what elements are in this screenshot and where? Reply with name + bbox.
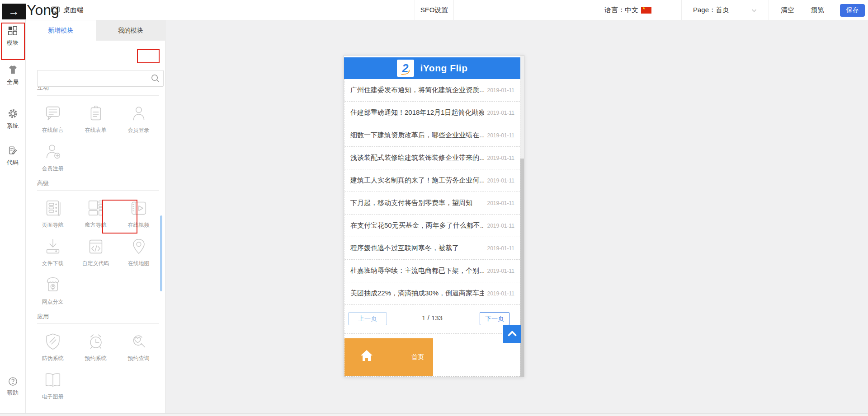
section-label: 应用: [37, 313, 49, 320]
news-title: 浅谈装配式装修给建筑装饰装修企业带来的...: [350, 154, 484, 162]
module-item-cube-nav[interactable]: 魔方导航: [74, 191, 117, 229]
module-item-member-register[interactable]: 会员注册: [31, 134, 74, 173]
section-label: 高级: [37, 180, 49, 187]
preview-button[interactable]: 预览: [811, 0, 824, 20]
search-input[interactable]: [37, 70, 164, 87]
page-selector[interactable]: Page：首页: [693, 0, 757, 20]
sidebar-item-1[interactable]: 全局: [0, 65, 25, 86]
news-title: 下月起，移动支付将告别零费率，望周知: [350, 199, 472, 207]
divider: [769, 0, 769, 20]
custom-code-icon: [85, 236, 106, 257]
news-item[interactable]: 广州住建委发布通知，将简化建筑企业资质...2019-01-11: [344, 79, 520, 102]
branch-store-icon: [42, 275, 63, 295]
module-item-page-nav[interactable]: 页面导航: [31, 191, 74, 229]
gear-icon: [8, 108, 18, 119]
module-panel: 新增模块 我的模块 基础产品互动高级应用 互动在线留言在线表单会员登录会员注册高…: [26, 20, 165, 416]
news-date: 2019-01-11: [487, 245, 515, 252]
module-item-file-download[interactable]: 文件下载: [31, 229, 74, 267]
phone-site-title: iYong Flip: [420, 63, 468, 74]
tab-new-modules[interactable]: 新增模块: [26, 20, 96, 41]
module-item-online-form[interactable]: 在线表单: [74, 96, 117, 134]
module-item-online-map[interactable]: 在线地图: [117, 229, 160, 267]
module-item-custom-code[interactable]: 自定义代码: [74, 229, 117, 267]
news-item[interactable]: 细数一下建筑资质改革后，哪些企业业绩在...2019-01-11: [344, 124, 520, 147]
module-item-online-message[interactable]: 在线留言: [31, 96, 74, 134]
module-section: 互动在线留言在线表单会员登录会员注册: [26, 87, 165, 173]
news-date: 2019-01-11: [487, 87, 515, 93]
module-item-label: 在线地图: [128, 260, 150, 267]
news-item[interactable]: 下月起，移动支付将告别零费率，望周知2019-01-11: [344, 192, 520, 215]
next-page-button[interactable]: 下一页: [480, 312, 509, 325]
module-item-branch-store[interactable]: 网点分支: [31, 267, 74, 306]
iyong-logo-icon: 2: [397, 60, 414, 77]
panel-tabs: 新增模块 我的模块: [26, 20, 165, 41]
news-date: 2019-01-11: [487, 155, 515, 161]
chevron-down-icon: [751, 7, 757, 14]
module-item-anti-fake[interactable]: 防伪系统: [31, 324, 74, 362]
module-item-ebook[interactable]: 电子图册: [31, 362, 74, 401]
panel-scrollbar-thumb[interactable]: [160, 215, 162, 291]
anti-fake-icon: [42, 331, 63, 352]
save-button[interactable]: 保存: [840, 4, 865, 17]
news-item[interactable]: 程序媛也逃不过互联网寒冬，被裁了2019-01-11: [344, 237, 520, 260]
news-item[interactable]: 浅谈装配式装修给建筑装饰装修企业带来的...2019-01-11: [344, 147, 520, 169]
section-label: 互动: [37, 87, 165, 92]
device-switcher[interactable]: 桌面端: [51, 0, 84, 20]
tab-my-modules[interactable]: 我的模块: [96, 20, 166, 41]
online-form-icon: [85, 103, 106, 124]
language-selector[interactable]: 语言：中文: [604, 0, 651, 20]
news-item[interactable]: 住建部重磅通知！2018年12月1日起简化勘察...2019-01-11: [344, 102, 520, 124]
module-item-label: 在线视频: [128, 221, 150, 229]
clear-button[interactable]: 清空: [781, 0, 794, 20]
china-flag-icon: [641, 7, 651, 14]
module-item-label: 会员登录: [128, 126, 150, 134]
module-search: [37, 70, 164, 87]
home-icon: [359, 348, 374, 363]
news-item[interactable]: 美团抽成22%，滴滴抽成30%，倒逼商家车主...2019-01-11: [344, 282, 520, 305]
module-item-label: 自定义代码: [82, 260, 109, 267]
chevron-up-icon: [506, 328, 518, 340]
pagination: 上一页 1 / 133 下一页: [344, 305, 520, 334]
ebook-icon: [42, 369, 63, 390]
news-date: 2019-01-11: [487, 132, 515, 139]
phone-scrollbar-thumb[interactable]: [520, 159, 524, 377]
news-item[interactable]: 杜嘉班纳辱华续：主流电商都已下架，个别...2019-01-11: [344, 260, 520, 282]
news-item[interactable]: 在支付宝花50元买基金，两年多了什么都不...2019-01-11: [344, 215, 520, 237]
news-date: 2019-01-11: [487, 200, 515, 206]
search-icon: [150, 73, 160, 84]
news-date: 2019-01-11: [487, 268, 515, 274]
news-date: 2019-01-11: [487, 290, 515, 297]
news-date: 2019-01-11: [487, 110, 515, 116]
sidebar-item-2[interactable]: 系统: [0, 108, 25, 130]
module-item-label: 电子图册: [42, 393, 64, 401]
topbar: → Yong 桌面端 SEO设置 语言：中文 Page：首页 清空 预览 保存: [0, 0, 868, 20]
module-item-booking-system[interactable]: 预约系统: [74, 324, 117, 362]
sidebar-item-help[interactable]: 帮助: [0, 376, 25, 397]
module-item-online-video[interactable]: 在线视频: [117, 191, 160, 229]
horizontal-scrollbar-track[interactable]: [0, 413, 868, 416]
modules-grid-icon: [8, 26, 18, 36]
news-list: 广州住建委发布通知，将简化建筑企业资质...2019-01-11住建部重磅通知！…: [344, 79, 520, 305]
nav-home-item[interactable]: 首页: [344, 338, 433, 376]
module-sections: 互动在线留言在线表单会员登录会员注册高级页面导航魔方导航在线视频文件下载自定义代…: [26, 87, 165, 401]
phone-header-module[interactable]: 2 iYong Flip: [344, 57, 520, 79]
sidebar-item-0[interactable]: 模块: [0, 26, 25, 47]
news-title: 住建部重磅通知！2018年12月1日起简化勘察...: [350, 108, 484, 117]
cube-nav-icon: [85, 198, 106, 219]
online-message-icon: [42, 103, 63, 124]
news-title: 建筑工人实名制真的来了！施工劳务企业何...: [350, 176, 484, 185]
back-to-top-button[interactable]: [503, 325, 521, 343]
booking-query-icon: [128, 331, 149, 352]
news-item[interactable]: 建筑工人实名制真的来了！施工劳务企业何...2019-01-11: [344, 169, 520, 192]
module-item-member-login[interactable]: 会员登录: [117, 96, 160, 134]
module-section: 高级页面导航魔方导航在线视频文件下载自定义代码在线地图网点分支: [26, 179, 165, 306]
sidebar-item-label: 模块: [7, 39, 19, 47]
monitor-icon: [51, 5, 60, 15]
module-item-booking-query[interactable]: 预约查询: [117, 324, 160, 362]
seo-settings-button[interactable]: SEO设置: [415, 0, 454, 20]
news-date: 2019-01-11: [487, 178, 515, 184]
sidebar-item-3[interactable]: 代码: [0, 145, 25, 167]
page-selector-label: Page：首页: [693, 6, 729, 14]
member-register-icon: [42, 141, 63, 162]
news-title: 杜嘉班纳辱华续：主流电商都已下架，个别...: [350, 266, 484, 275]
